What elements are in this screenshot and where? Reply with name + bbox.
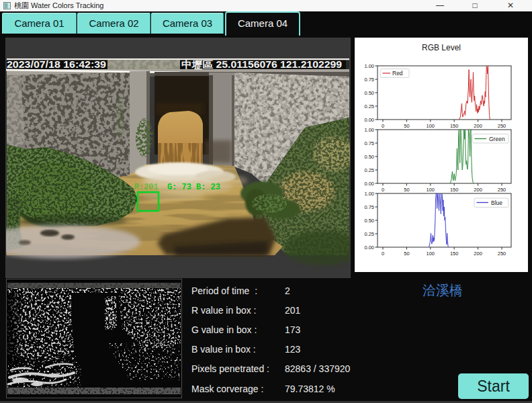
svg-text:150: 150 [450,187,459,193]
svg-text:0: 0 [382,187,384,193]
svg-text:1.00: 1.00 [364,191,374,197]
svg-text:0: 0 [382,123,384,129]
svg-text:250: 250 [498,187,506,193]
svg-text:G: 73: G: 73 [167,183,191,192]
svg-text:0.00: 0.00 [364,181,374,187]
svg-text:0.00: 0.00 [364,117,374,123]
svg-text:0.25: 0.25 [364,167,374,173]
svg-text:100: 100 [427,251,435,257]
svg-text:1.00: 1.00 [364,127,374,133]
svg-text:RGB Level: RGB Level [422,43,461,52]
svg-text:0.75: 0.75 [364,77,374,83]
svg-text:0.25: 0.25 [364,231,374,237]
svg-text:50: 50 [404,187,409,193]
svg-text:Blue: Blue [491,199,502,206]
svg-text:100: 100 [427,187,435,193]
svg-text:50: 50 [404,251,409,257]
svg-text:R:201: R:201 [134,183,159,192]
svg-text:2023/07/18 16:42:39: 2023/07/18 16:42:39 [7,59,106,70]
svg-text:0.50: 0.50 [364,154,374,160]
svg-text:B: 23: B: 23 [196,183,220,192]
svg-text:0.50: 0.50 [364,218,374,224]
svg-text:200: 200 [474,123,482,129]
svg-text:150: 150 [450,251,459,257]
svg-text:50: 50 [404,123,409,129]
svg-text:0: 0 [382,251,384,257]
svg-text:0.50: 0.50 [364,90,374,96]
svg-text:200: 200 [474,187,482,193]
svg-text:250: 250 [498,123,506,129]
svg-text:0.00: 0.00 [364,244,374,251]
svg-text:150: 150 [450,123,459,129]
svg-text:100: 100 [427,123,435,129]
svg-text:0.75: 0.75 [364,140,374,146]
svg-text:0.75: 0.75 [364,204,374,210]
svg-text:Red: Red [392,70,403,77]
svg-text:1.00: 1.00 [364,63,374,69]
svg-text:250: 250 [498,251,506,257]
svg-text:0.25: 0.25 [364,103,374,109]
svg-text:200: 200 [474,251,482,257]
svg-text:中壢區 25.01156076 121.2102299: 中壢區 25.01156076 121.2102299 [181,59,342,70]
svg-text:Green: Green [489,136,505,142]
